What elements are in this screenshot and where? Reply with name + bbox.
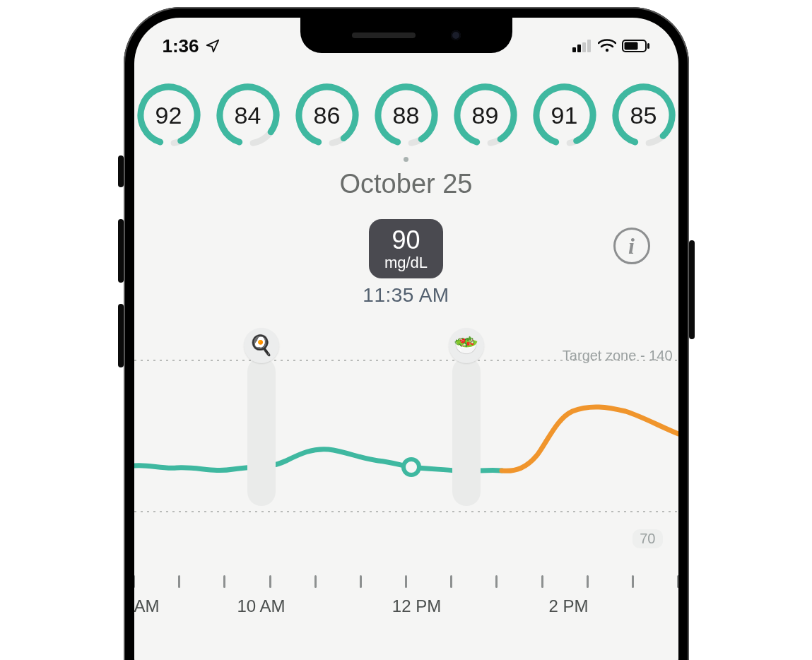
phone-power-button bbox=[689, 240, 695, 339]
svg-rect-6 bbox=[624, 42, 637, 50]
daily-score-ring[interactable]: 91 bbox=[532, 83, 597, 148]
chart-x-axis: AM10 AM12 PM2 PM bbox=[134, 575, 678, 618]
front-camera bbox=[451, 30, 461, 40]
current-reading-value: 90 bbox=[384, 226, 428, 254]
x-axis-tick bbox=[632, 575, 634, 588]
current-reading-block: 90 mg/dL 11:35 AM i bbox=[134, 219, 678, 307]
x-axis-tick bbox=[360, 575, 362, 588]
x-axis-tick bbox=[541, 575, 543, 588]
daily-score-ring[interactable]: 92 bbox=[136, 83, 201, 148]
x-axis-tick bbox=[495, 575, 498, 588]
event-markers: 🍳 🥗 bbox=[134, 328, 678, 611]
x-axis-tick bbox=[134, 575, 136, 588]
phone-volume-down bbox=[118, 304, 124, 367]
daily-score-value: 84 bbox=[216, 83, 281, 148]
daily-score-value: 88 bbox=[374, 83, 439, 148]
location-arrow-icon bbox=[205, 38, 220, 54]
x-axis-label: 12 PM bbox=[392, 596, 441, 616]
target-zone-label: Target zone - 140 bbox=[563, 348, 673, 364]
x-axis-tick bbox=[587, 575, 589, 588]
selected-date-label: October 25 bbox=[134, 169, 678, 199]
info-button[interactable]: i bbox=[613, 228, 650, 264]
app-content: 92 84 86 88 89 91 85 bbox=[134, 74, 678, 660]
phone-notch bbox=[300, 18, 512, 53]
daily-score-value: 92 bbox=[136, 83, 201, 148]
svg-rect-3 bbox=[587, 40, 591, 52]
glucose-chart[interactable]: 🍳 🥗 Target zone - 140 70 AM10 AM12 PM2 P… bbox=[134, 328, 678, 611]
current-reading-time: 11:35 AM bbox=[363, 284, 449, 307]
meal-event-column-1 bbox=[247, 358, 276, 506]
info-icon: i bbox=[628, 233, 635, 259]
phone-volume-up bbox=[118, 219, 124, 283]
phone-screen: 1:36 bbox=[134, 18, 678, 660]
current-reading-unit: mg/dL bbox=[384, 254, 428, 271]
svg-point-4 bbox=[605, 49, 608, 52]
daily-score-value: 89 bbox=[453, 83, 518, 148]
daily-score-ring[interactable]: 86 bbox=[295, 83, 360, 148]
salad-event-icon[interactable]: 🥗 bbox=[449, 328, 484, 363]
cellular-signal-icon bbox=[572, 40, 592, 52]
daily-score-scroll[interactable]: 92 84 86 88 89 91 85 bbox=[134, 74, 678, 148]
daily-score-value: 85 bbox=[611, 83, 676, 148]
daily-score-value: 86 bbox=[295, 83, 360, 148]
x-axis-tick bbox=[405, 575, 407, 588]
phone-silence-switch bbox=[118, 155, 124, 187]
low-threshold-label: 70 bbox=[632, 529, 662, 548]
current-reading-chip[interactable]: 90 mg/dL bbox=[369, 219, 443, 278]
daily-score-ring[interactable]: 88 bbox=[374, 83, 439, 148]
svg-rect-0 bbox=[572, 47, 576, 52]
x-axis-tick bbox=[178, 575, 180, 588]
x-axis-tick bbox=[223, 575, 225, 588]
battery-icon bbox=[622, 40, 650, 52]
daily-score-ring[interactable]: 89 bbox=[453, 83, 518, 148]
x-axis-tick bbox=[450, 575, 452, 588]
daily-score-value: 91 bbox=[532, 83, 597, 148]
x-axis-label: 10 AM bbox=[237, 596, 285, 616]
phone-frame: 1:36 bbox=[124, 7, 689, 660]
wifi-icon bbox=[598, 39, 616, 53]
meal-event-column-2 bbox=[452, 358, 481, 506]
x-axis-tick bbox=[314, 575, 317, 588]
status-time: 1:36 bbox=[163, 35, 199, 57]
x-axis-tick bbox=[269, 575, 271, 588]
svg-rect-2 bbox=[582, 42, 586, 52]
svg-rect-7 bbox=[647, 43, 649, 49]
x-axis-label: AM bbox=[134, 596, 160, 616]
svg-rect-1 bbox=[577, 45, 581, 52]
breakfast-event-icon[interactable]: 🍳 bbox=[244, 328, 279, 363]
x-axis-tick bbox=[677, 575, 678, 588]
daily-score-ring[interactable]: 85 bbox=[611, 83, 676, 148]
x-axis-label: 2 PM bbox=[548, 596, 588, 616]
speaker-grille bbox=[352, 33, 416, 38]
page-dot-indicator bbox=[134, 152, 678, 165]
daily-score-ring[interactable]: 84 bbox=[216, 83, 281, 148]
